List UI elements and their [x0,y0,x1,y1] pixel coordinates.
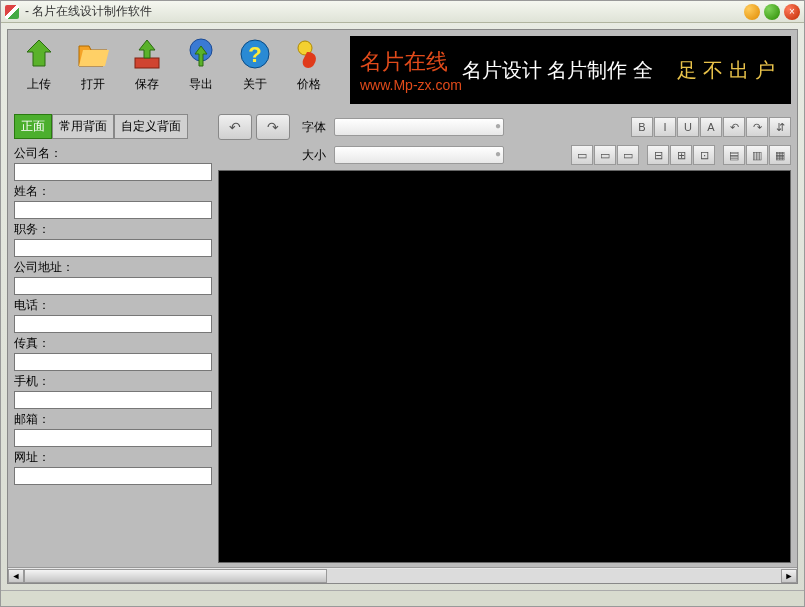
field-label-mobile: 手机： [14,373,212,390]
text-style-btn-6[interactable]: ⇵ [769,117,791,137]
field-input-phone[interactable] [14,315,212,333]
field-name: 姓名： [14,183,212,219]
banner-brand: 名片在线 [360,47,450,77]
ad-banner: 名片在线 www.Mp-zx.com 名片设计 名片制作 全 足不出户 [350,36,791,104]
window-title: - 名片在线设计制作软件 [25,3,740,20]
right-panel: ↶ ↷ 字体 BIUA↶↷⇵ 大小 [218,110,797,567]
text-style-btn-5[interactable]: ↷ [746,117,768,137]
control-row-1: ↶ ↷ 字体 BIUA↶↷⇵ [218,114,791,140]
size-label: 大小 [302,147,330,164]
separator [640,145,646,165]
save-button[interactable]: 保存 [124,36,170,104]
control-row-2: 大小 ▭▭▭⊟⊞⊡▤▥▦ [218,142,791,168]
align-btn-8[interactable]: ▤ [723,145,745,165]
app-icon [5,5,19,19]
tab-back-custom[interactable]: 自定义背面 [114,114,188,139]
banner-tags: 名片设计 名片制作 全 [462,57,653,84]
left-panel: 正面 常用背面 自定义背面 公司名：姓名：职务：公司地址：电话：传真：手机：邮箱… [8,110,218,567]
field-label-title: 职务： [14,221,212,238]
side-tabs: 正面 常用背面 自定义背面 [14,114,212,139]
titlebar[interactable]: - 名片在线设计制作软件 × [1,1,804,23]
align-btn-4[interactable]: ⊟ [647,145,669,165]
mid-row: 正面 常用背面 自定义背面 公司名：姓名：职务：公司地址：电话：传真：手机：邮箱… [8,110,797,567]
about-button[interactable]: ? 关于 [232,36,278,104]
svg-text:?: ? [248,42,261,67]
scroll-track[interactable] [24,569,781,583]
minimize-button[interactable] [744,4,760,20]
format-bar-1: BIUA↶↷⇵ [631,117,791,137]
field-mobile: 手机： [14,373,212,409]
align-btn-2[interactable]: ▭ [617,145,639,165]
field-label-company: 公司名： [14,145,212,162]
field-label-name: 姓名： [14,183,212,200]
align-btn-10[interactable]: ▦ [769,145,791,165]
scroll-left-arrow[interactable]: ◄ [8,569,24,583]
maximize-button[interactable] [764,4,780,20]
text-style-btn-4[interactable]: ↶ [723,117,745,137]
tab-back-common[interactable]: 常用背面 [52,114,114,139]
font-selector[interactable] [334,118,504,136]
open-button[interactable]: 打开 [70,36,116,104]
field-label-website: 网址： [14,449,212,466]
align-btn-6[interactable]: ⊡ [693,145,715,165]
field-input-email[interactable] [14,429,212,447]
scroll-thumb[interactable] [24,569,327,583]
undo-button[interactable]: ↶ [218,114,252,140]
field-label-address: 公司地址： [14,259,212,276]
app-window: - 名片在线设计制作软件 × 上传 打开 保存 [0,0,805,607]
field-input-mobile[interactable] [14,391,212,409]
align-btn-1[interactable]: ▭ [594,145,616,165]
field-email: 邮箱： [14,411,212,447]
align-btn-0[interactable]: ▭ [571,145,593,165]
upload-label: 上传 [27,76,51,93]
field-title: 职务： [14,221,212,257]
field-label-phone: 电话： [14,297,212,314]
field-input-website[interactable] [14,467,212,485]
size-selector[interactable] [334,146,504,164]
save-label: 保存 [135,76,159,93]
banner-url: www.Mp-zx.com [360,77,462,93]
horizontal-scrollbar[interactable]: ◄ ► [8,567,797,583]
field-website: 网址： [14,449,212,485]
text-style-btn-3[interactable]: A [700,117,722,137]
status-bar [1,590,804,606]
banner-slogan: 足不出户 [677,57,781,84]
tab-front[interactable]: 正面 [14,114,52,139]
top-row: 上传 打开 保存 导出 ? 关于 [8,30,797,110]
upload-button[interactable]: 上传 [16,36,62,104]
font-label: 字体 [302,119,330,136]
align-btn-5[interactable]: ⊞ [670,145,692,165]
export-label: 导出 [189,76,213,93]
text-style-btn-0[interactable]: B [631,117,653,137]
field-company: 公司名： [14,145,212,181]
field-fax: 传真： [14,335,212,371]
export-button[interactable]: 导出 [178,36,224,104]
field-input-company[interactable] [14,163,212,181]
price-label: 价格 [297,76,321,93]
design-canvas[interactable] [218,170,791,563]
text-style-btn-1[interactable]: I [654,117,676,137]
field-input-name[interactable] [14,201,212,219]
separator [716,145,722,165]
svg-rect-0 [135,58,159,68]
redo-button[interactable]: ↷ [256,114,290,140]
content-frame: 上传 打开 保存 导出 ? 关于 [7,29,798,584]
field-input-fax[interactable] [14,353,212,371]
scroll-right-arrow[interactable]: ► [781,569,797,583]
close-button[interactable]: × [784,4,800,20]
open-label: 打开 [81,76,105,93]
format-bar-2: ▭▭▭⊟⊞⊡▤▥▦ [571,145,791,165]
field-address: 公司地址： [14,259,212,295]
about-label: 关于 [243,76,267,93]
field-phone: 电话： [14,297,212,333]
field-label-fax: 传真： [14,335,212,352]
field-input-title[interactable] [14,239,212,257]
field-label-email: 邮箱： [14,411,212,428]
price-button[interactable]: 价格 [286,36,332,104]
main-toolbar: 上传 打开 保存 导出 ? 关于 [8,30,340,110]
align-btn-9[interactable]: ▥ [746,145,768,165]
text-style-btn-2[interactable]: U [677,117,699,137]
field-input-address[interactable] [14,277,212,295]
